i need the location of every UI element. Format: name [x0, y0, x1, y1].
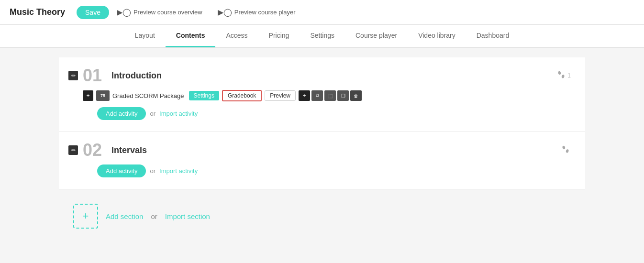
- svg-point-0: [558, 71, 561, 75]
- settings-button[interactable]: Settings: [189, 91, 219, 100]
- footprint-icon-02: [560, 145, 571, 155]
- add-section-box[interactable]: +: [73, 204, 98, 229]
- tab-settings[interactable]: Settings: [300, 25, 345, 47]
- section-02-name: Intervals: [111, 145, 147, 155]
- activity-label: Graded SCORM Package: [112, 92, 184, 99]
- section-02-footprint: [560, 145, 571, 155]
- move-icon[interactable]: ⬚: [324, 90, 336, 101]
- nav-tabs: Layout Contents Access Pricing Settings …: [0, 25, 644, 48]
- import-section-link[interactable]: Import section: [165, 212, 210, 220]
- add-section-label[interactable]: Add section: [106, 212, 143, 220]
- play-icon: ▶◯: [218, 8, 232, 17]
- add-activity-button-02[interactable]: Add activity: [97, 164, 146, 177]
- section-02: ✏ 02 Intervals Add activity or Import ac…: [59, 132, 585, 189]
- section-01-footprint: 1: [556, 70, 571, 81]
- footprint-count: 1: [567, 72, 571, 79]
- clone-icon[interactable]: ❐: [337, 90, 349, 101]
- section-01: ✏ 01 Introduction 1 + 75 Graded SCORM Pa…: [59, 57, 585, 132]
- activity-type-icon: 75: [96, 90, 110, 101]
- section-02-number: 02: [83, 142, 107, 159]
- section-01-edit-button[interactable]: ✏: [68, 71, 78, 80]
- add-activity-row-01: Add activity or Import activity: [68, 107, 571, 120]
- svg-point-3: [566, 149, 569, 153]
- main-content: ✏ 01 Introduction 1 + 75 Graded SCORM Pa…: [59, 48, 585, 257]
- add-activity-button-01[interactable]: Add activity: [97, 107, 146, 120]
- activity-drag-handle[interactable]: +: [83, 90, 93, 101]
- add-icon[interactable]: +: [299, 90, 310, 101]
- delete-icon[interactable]: 🗑: [350, 90, 362, 101]
- activity-row-scorm: + 75 Graded SCORM Package Settings Grade…: [68, 90, 571, 101]
- preview-player-link[interactable]: ▶◯ Preview course player: [218, 8, 296, 17]
- import-activity-link-01[interactable]: Import activity: [159, 110, 198, 117]
- tab-video-library[interactable]: Video library: [408, 25, 466, 47]
- tab-access[interactable]: Access: [215, 25, 258, 47]
- preview-button[interactable]: Preview: [265, 90, 296, 101]
- section-02-edit-button[interactable]: ✏: [68, 145, 78, 155]
- tab-contents[interactable]: Contents: [166, 25, 216, 47]
- course-title: Music Theory: [10, 7, 65, 17]
- section-01-left: ✏ 01 Introduction: [68, 67, 162, 84]
- footprint-icon: [556, 70, 566, 81]
- tab-layout[interactable]: Layout: [124, 25, 166, 47]
- preview-overview-link[interactable]: ▶◯ Preview course overview: [117, 8, 202, 17]
- section-02-header: ✏ 02 Intervals: [68, 142, 571, 159]
- copy-icon[interactable]: ⧉: [311, 90, 323, 101]
- svg-point-2: [562, 145, 566, 150]
- section-01-header: ✏ 01 Introduction 1: [68, 67, 571, 84]
- top-bar: Music Theory Save ▶◯ Preview course over…: [0, 0, 644, 25]
- section-02-left: ✏ 02 Intervals: [68, 142, 147, 159]
- save-button[interactable]: Save: [77, 6, 109, 19]
- section-01-name: Introduction: [111, 71, 162, 81]
- section-01-number: 01: [83, 67, 107, 84]
- svg-point-1: [561, 75, 565, 79]
- import-activity-link-02[interactable]: Import activity: [159, 167, 198, 175]
- or-text-01: or: [150, 110, 155, 117]
- or-text-02: or: [150, 167, 155, 175]
- add-section-block: + Add section or Import section: [59, 189, 585, 243]
- tab-dashboard[interactable]: Dashboard: [466, 25, 520, 47]
- activity-action-icons: + ⧉ ⬚ ❐ 🗑: [299, 90, 362, 101]
- gradebook-button[interactable]: Gradebook: [222, 90, 262, 101]
- add-activity-row-02: Add activity or Import activity: [68, 164, 571, 177]
- tab-pricing[interactable]: Pricing: [258, 25, 300, 47]
- add-section-or: or: [151, 212, 157, 220]
- tab-course-player[interactable]: Course player: [345, 25, 408, 47]
- eye-icon: ▶◯: [117, 8, 131, 17]
